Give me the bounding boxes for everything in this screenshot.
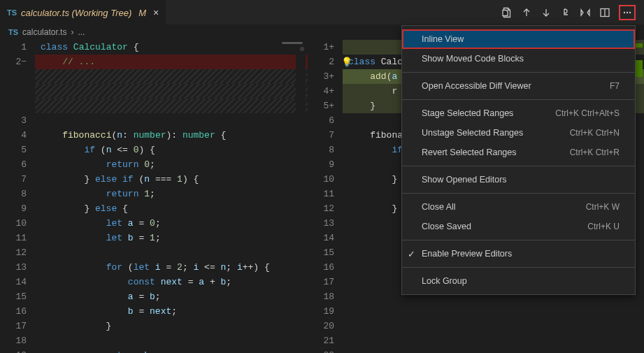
- code-line[interactable]: 20: [313, 319, 644, 333]
- menu-shortcut: Ctrl+K Ctrl+Alt+S: [555, 108, 620, 118]
- go-to-file-icon[interactable]: [501, 7, 513, 18]
- code-line[interactable]: 19: [313, 304, 644, 319]
- code-line[interactable]: 15 a = b;: [6, 289, 308, 304]
- code-line[interactable]: 8 return 1;: [6, 187, 308, 201]
- menu-shortcut: Ctrl+K W: [586, 202, 620, 212]
- code-line[interactable]: 2− // ...: [6, 55, 308, 69]
- code-line[interactable]: 3: [6, 113, 308, 128]
- code-line[interactable]: 9 } else {: [6, 201, 308, 216]
- code-line[interactable]: [6, 99, 308, 113]
- code-line[interactable]: 11 let b = 1;: [6, 231, 308, 245]
- code-line[interactable]: 6 return 0;: [6, 157, 308, 172]
- modified-indicator: M: [138, 8, 146, 18]
- editor-tab[interactable]: TS calculator.ts (Working Tree) M ×: [0, 0, 166, 24]
- menu-separator: [402, 193, 635, 194]
- menu-item-label: Stage Selected Ranges: [422, 108, 513, 118]
- menu-separator: [402, 240, 635, 240]
- code-line[interactable]: 22: [313, 348, 644, 353]
- menu-item-lock-group[interactable]: Lock Group: [402, 271, 635, 291]
- menu-item-unstage-selected-ranges[interactable]: Unstage Selected RangesCtrl+K Ctrl+N: [402, 123, 635, 143]
- code-line[interactable]: 18: [6, 333, 308, 348]
- breadcrumb-file: calculator.ts: [22, 27, 66, 37]
- typescript-icon: TS: [7, 8, 17, 17]
- code-line[interactable]: 7 } else if (n === 1) {: [6, 172, 308, 187]
- menu-item-stage-selected-ranges[interactable]: Stage Selected RangesCtrl+K Ctrl+Alt+S: [402, 103, 635, 123]
- svg-point-3: [629, 11, 631, 13]
- menu-separator: [402, 99, 635, 100]
- menu-item-enable-preview-editors[interactable]: ✓Enable Preview Editors: [402, 244, 635, 264]
- code-line[interactable]: 10 let a = 0;: [6, 216, 308, 231]
- menu-shortcut: Ctrl+K Ctrl+N: [570, 128, 620, 138]
- tab-bar: TS calculator.ts (Working Tree) M ×: [0, 0, 644, 24]
- code-line[interactable]: [6, 69, 308, 84]
- arrow-down-icon[interactable]: [541, 7, 552, 18]
- original-pane[interactable]: 1class Calculator {2− // ...34 fibonacci…: [0, 40, 308, 353]
- breadcrumb-separator: ›: [71, 27, 73, 37]
- code-line[interactable]: [6, 84, 308, 99]
- code-line[interactable]: 21: [313, 333, 644, 348]
- arrow-up-icon[interactable]: [521, 7, 532, 18]
- menu-item-close-all[interactable]: Close AllCtrl+K W: [402, 197, 635, 217]
- left-overview-ruler: [296, 40, 306, 353]
- svg-point-1: [624, 11, 625, 13]
- split-editor-icon[interactable]: [599, 7, 610, 18]
- code-line[interactable]: 13 for (let i = 2; i <= n; i++) {: [6, 260, 308, 275]
- menu-item-label: Close All: [422, 202, 456, 212]
- menu-shortcut: Ctrl+K Ctrl+R: [570, 147, 620, 157]
- menu-item-inline-view[interactable]: Inline View: [402, 29, 635, 49]
- tab-title: calculator.ts (Working Tree): [21, 8, 131, 18]
- menu-item-label: Enable Preview Editors: [422, 249, 512, 259]
- check-icon: ✓: [408, 249, 415, 259]
- menu-separator: [402, 166, 635, 166]
- typescript-icon: TS: [8, 28, 18, 36]
- menu-item-open-accessible-diff-viewer[interactable]: Open Accessible Diff ViewerF7: [402, 76, 635, 96]
- editor-more-menu: Inline ViewShow Moved Code BlocksOpen Ac…: [401, 25, 636, 295]
- code-line[interactable]: 17 }: [6, 319, 308, 333]
- whitespace-icon[interactable]: [560, 7, 571, 18]
- menu-item-close-saved[interactable]: Close SavedCtrl+K U: [402, 217, 635, 236]
- code-line[interactable]: 4 fibonacci(n: number): number {: [6, 128, 308, 143]
- menu-item-label: Inline View: [422, 34, 464, 44]
- menu-item-label: Show Opened Editors: [422, 175, 507, 185]
- menu-item-label: Show Moved Code Blocks: [422, 54, 524, 64]
- menu-item-label: Unstage Selected Ranges: [422, 128, 523, 138]
- close-tab-icon[interactable]: ×: [153, 7, 159, 18]
- breadcrumb-rest: ...: [78, 27, 85, 37]
- menu-separator: [402, 267, 635, 268]
- code-line[interactable]: 14 const next = a + b;: [6, 275, 308, 289]
- code-line[interactable]: 12: [6, 245, 308, 260]
- code-line[interactable]: 1class Calculator {: [6, 40, 308, 55]
- code-line[interactable]: 19 return b;: [6, 348, 308, 353]
- menu-item-show-moved-code-blocks[interactable]: Show Moved Code Blocks: [402, 49, 635, 69]
- menu-item-label: Open Accessible Diff Viewer: [422, 81, 531, 91]
- editor-actions: [501, 5, 644, 20]
- menu-item-label: Lock Group: [422, 276, 467, 286]
- menu-shortcut: Ctrl+K U: [587, 222, 620, 231]
- menu-shortcut: F7: [610, 81, 620, 91]
- svg-point-2: [627, 11, 628, 13]
- menu-item-show-opened-editors[interactable]: Show Opened Editors: [402, 170, 635, 189]
- code-line[interactable]: 5 if (n <= 0) {: [6, 143, 308, 157]
- menu-item-label: Close Saved: [422, 222, 471, 231]
- menu-item-revert-selected-ranges[interactable]: Revert Selected RangesCtrl+K Ctrl+R: [402, 143, 635, 162]
- more-actions-icon[interactable]: [619, 5, 636, 20]
- compare-icon[interactable]: [580, 7, 591, 18]
- code-line[interactable]: 16 b = next;: [6, 304, 308, 319]
- menu-separator: [402, 72, 635, 73]
- menu-item-label: Revert Selected Ranges: [422, 147, 517, 157]
